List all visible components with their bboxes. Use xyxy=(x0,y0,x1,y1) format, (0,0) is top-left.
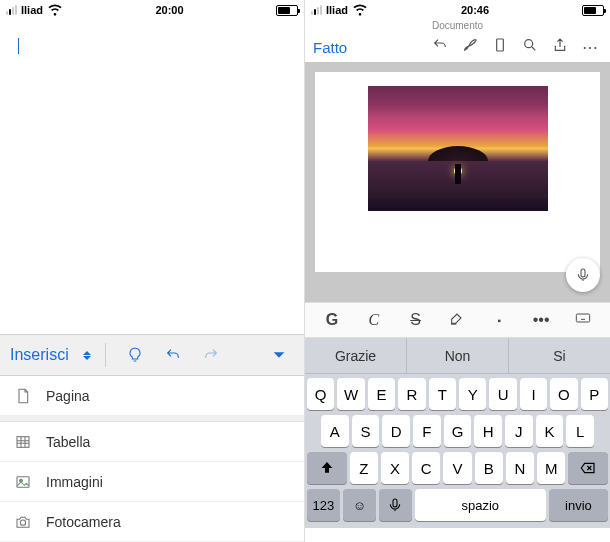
key-q[interactable]: Q xyxy=(307,378,334,410)
inserted-image[interactable] xyxy=(368,86,548,211)
suggestion-1[interactable]: Grazie xyxy=(305,338,407,373)
suggestion-2[interactable]: Non xyxy=(407,338,509,373)
document-canvas[interactable] xyxy=(0,20,304,334)
backspace-key[interactable] xyxy=(568,452,608,484)
key-v[interactable]: V xyxy=(443,452,471,484)
numbers-key[interactable]: 123 xyxy=(307,489,340,521)
text-cursor xyxy=(18,38,19,54)
suggestion-3[interactable]: Si xyxy=(509,338,610,373)
key-m[interactable]: M xyxy=(537,452,565,484)
image-icon xyxy=(14,474,32,490)
svg-rect-1 xyxy=(17,476,29,487)
bold-button[interactable]: G xyxy=(317,311,347,329)
document-page[interactable] xyxy=(315,72,600,272)
share-icon[interactable] xyxy=(548,37,572,57)
keyboard: Q W E R T Y U I O P A S D F G H J K L Z … xyxy=(305,374,610,528)
insert-toolbar: Inserisci xyxy=(0,334,304,376)
more-icon[interactable]: ⋯ xyxy=(578,38,602,57)
svg-rect-10 xyxy=(393,499,397,507)
key-k[interactable]: K xyxy=(536,415,564,447)
table-icon xyxy=(14,434,32,450)
key-g[interactable]: G xyxy=(444,415,472,447)
undo-icon[interactable] xyxy=(428,37,452,57)
status-bar: Iliad 20:46 xyxy=(305,0,610,20)
signal-icon xyxy=(311,5,322,15)
key-h[interactable]: H xyxy=(474,415,502,447)
key-f[interactable]: F xyxy=(413,415,441,447)
search-icon[interactable] xyxy=(518,37,542,57)
svg-rect-6 xyxy=(497,39,504,51)
menu-item-fotocamera[interactable]: Fotocamera xyxy=(0,502,304,542)
updown-icon[interactable] xyxy=(83,351,91,360)
key-n[interactable]: N xyxy=(506,452,534,484)
svg-rect-8 xyxy=(581,269,585,277)
svg-point-7 xyxy=(525,40,533,48)
wifi-icon xyxy=(352,1,368,19)
battery-icon xyxy=(276,5,298,16)
signal-icon xyxy=(6,5,17,15)
document-icon[interactable] xyxy=(488,37,512,57)
menu-item-immagini[interactable]: Immagini xyxy=(0,462,304,502)
draw-icon[interactable] xyxy=(458,37,482,57)
key-r[interactable]: R xyxy=(398,378,425,410)
key-d[interactable]: D xyxy=(382,415,410,447)
carrier-label: Iliad xyxy=(326,4,348,16)
menu-label: Immagini xyxy=(46,474,103,490)
menu-label: Pagina xyxy=(46,388,90,404)
menu-label: Fotocamera xyxy=(46,514,121,530)
key-s[interactable]: S xyxy=(352,415,380,447)
key-u[interactable]: U xyxy=(489,378,516,410)
collapse-icon[interactable] xyxy=(264,347,294,363)
space-key[interactable]: spazio xyxy=(415,489,546,521)
key-i[interactable]: I xyxy=(520,378,547,410)
battery-icon xyxy=(582,5,604,16)
key-e[interactable]: E xyxy=(368,378,395,410)
emoji-key[interactable]: ☺ xyxy=(343,489,376,521)
document-viewport[interactable] xyxy=(305,62,610,302)
insert-dropdown[interactable]: Inserisci xyxy=(10,346,69,364)
key-b[interactable]: B xyxy=(475,452,503,484)
svg-point-3 xyxy=(20,520,25,525)
key-j[interactable]: J xyxy=(505,415,533,447)
wifi-icon xyxy=(47,1,63,19)
keyboard-toggle-icon[interactable] xyxy=(568,310,598,330)
shift-key[interactable] xyxy=(307,452,347,484)
carrier-label: Iliad xyxy=(21,4,43,16)
key-y[interactable]: Y xyxy=(459,378,486,410)
key-w[interactable]: W xyxy=(337,378,364,410)
key-o[interactable]: O xyxy=(550,378,577,410)
done-button[interactable]: Fatto xyxy=(313,39,347,56)
enter-key[interactable]: invio xyxy=(549,489,608,521)
mic-key[interactable] xyxy=(379,489,412,521)
italic-button[interactable]: C xyxy=(359,311,389,329)
insert-menu: Pagina Tabella Immagini Fotocamera Forme… xyxy=(0,376,304,542)
left-screenshot: Iliad 20:00 Inserisci xyxy=(0,0,305,542)
key-c[interactable]: C xyxy=(412,452,440,484)
menu-item-tabella[interactable]: Tabella xyxy=(0,422,304,462)
highlight-button[interactable] xyxy=(442,310,472,330)
right-screenshot: Iliad 20:46 Documento Fatto ⋯ G C S ▪ ••… xyxy=(305,0,610,542)
key-row-3: Z X C V B N M xyxy=(307,452,608,484)
key-a[interactable]: A xyxy=(321,415,349,447)
key-l[interactable]: L xyxy=(566,415,594,447)
key-row-4: 123 ☺ spazio invio xyxy=(307,489,608,521)
color-button[interactable]: ▪ xyxy=(484,315,514,326)
page-icon xyxy=(14,388,32,404)
key-p[interactable]: P xyxy=(581,378,608,410)
camera-icon xyxy=(14,514,32,530)
key-row-2: A S D F G H J K L xyxy=(307,415,608,447)
undo-icon[interactable] xyxy=(158,347,188,363)
dictation-button[interactable] xyxy=(566,258,600,292)
svg-rect-9 xyxy=(576,314,589,322)
key-t[interactable]: T xyxy=(429,378,456,410)
strike-button[interactable]: S xyxy=(401,311,431,329)
more-format-button[interactable]: ••• xyxy=(526,311,556,329)
key-z[interactable]: Z xyxy=(350,452,378,484)
redo-icon[interactable] xyxy=(196,347,226,363)
clock: 20:00 xyxy=(155,4,183,16)
menu-item-pagina[interactable]: Pagina xyxy=(0,376,304,416)
document-title: Documento xyxy=(305,20,610,32)
key-x[interactable]: X xyxy=(381,452,409,484)
lightbulb-icon[interactable] xyxy=(120,347,150,363)
key-row-1: Q W E R T Y U I O P xyxy=(307,378,608,410)
